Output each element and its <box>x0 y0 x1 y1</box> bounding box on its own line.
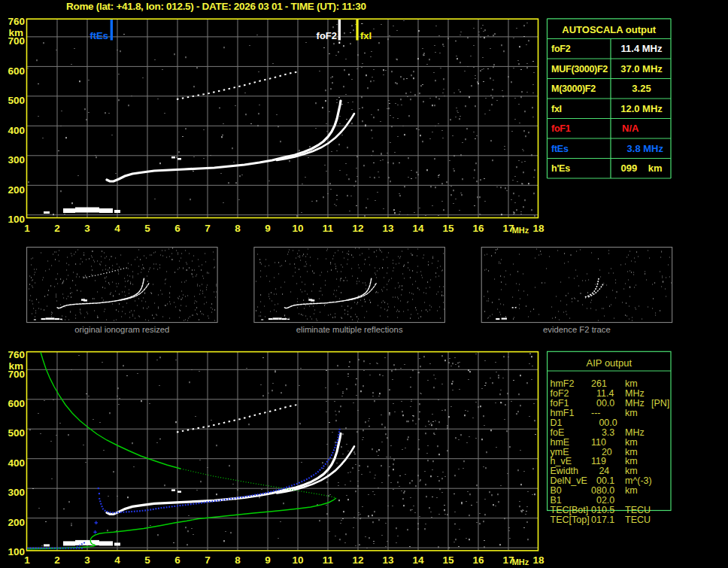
svg-text:hmF2: hmF2 <box>551 378 575 389</box>
svg-text:1: 1 <box>24 223 30 234</box>
svg-text:14: 14 <box>412 554 424 566</box>
svg-text:TEC[Top]: TEC[Top] <box>551 515 590 525</box>
svg-text:15: 15 <box>442 223 454 234</box>
svg-text:00.0: 00.0 <box>591 398 614 409</box>
svg-text:6: 6 <box>174 223 180 234</box>
svg-text:100: 100 <box>8 546 25 557</box>
svg-text:3.8 MHz: 3.8 MHz <box>627 143 664 154</box>
svg-text:km: km <box>625 485 638 496</box>
svg-text:km: km <box>625 437 638 448</box>
svg-text:[PN]: [PN] <box>651 398 669 409</box>
svg-text:6: 6 <box>174 554 180 566</box>
svg-text:110: 110 <box>591 437 606 448</box>
svg-text:TEC[Bot]: TEC[Bot] <box>551 505 589 515</box>
svg-text:600: 600 <box>8 398 25 409</box>
svg-text:16: 16 <box>472 223 484 234</box>
svg-text:760: 760 <box>8 349 25 360</box>
svg-text:12: 12 <box>352 223 363 234</box>
svg-text:300: 300 <box>8 487 25 498</box>
svg-text:foF2: foF2 <box>317 30 337 41</box>
svg-text:ftEs: ftEs <box>89 30 108 41</box>
svg-text:hmE: hmE <box>551 437 570 448</box>
svg-text:20: 20 <box>591 447 612 457</box>
svg-text:13: 13 <box>382 554 394 566</box>
svg-text:18: 18 <box>532 223 544 234</box>
svg-text:5: 5 <box>144 554 150 566</box>
svg-text:24: 24 <box>591 466 609 476</box>
svg-text:100: 100 <box>8 214 25 225</box>
svg-text:9: 9 <box>265 554 271 566</box>
svg-text:1: 1 <box>24 554 30 566</box>
svg-text:12: 12 <box>352 554 363 566</box>
svg-text:3.25: 3.25 <box>632 83 651 94</box>
svg-text:00.0: 00.0 <box>591 418 617 428</box>
svg-text:300: 300 <box>8 154 25 166</box>
svg-text:16: 16 <box>472 554 484 566</box>
svg-text:600: 600 <box>8 65 25 77</box>
svg-text:261: 261 <box>591 378 607 389</box>
svg-text:MHz: MHz <box>625 427 645 438</box>
svg-text:km: km <box>625 466 638 476</box>
svg-text:hmF1: hmF1 <box>551 408 575 418</box>
svg-text:760: 760 <box>8 16 25 27</box>
svg-text:M(3000)F2: M(3000)F2 <box>551 84 596 94</box>
svg-text:3.3: 3.3 <box>591 427 614 438</box>
svg-text:700: 700 <box>8 35 25 47</box>
svg-text:11: 11 <box>323 223 334 234</box>
svg-text:017.1: 017.1 <box>591 515 614 525</box>
svg-text:MUF(3000)F2: MUF(3000)F2 <box>551 64 608 74</box>
svg-text:2: 2 <box>54 554 60 566</box>
svg-text:099 km: 099 km <box>621 163 663 174</box>
svg-text:evidence F2 trace: evidence F2 trace <box>543 325 611 334</box>
svg-text:11: 11 <box>323 554 334 566</box>
svg-text:TECU: TECU <box>625 515 651 525</box>
svg-text:700: 700 <box>8 369 25 380</box>
svg-text:AIP output: AIP output <box>587 357 632 369</box>
svg-text:km: km <box>625 447 638 457</box>
svg-text:080.0: 080.0 <box>591 485 614 496</box>
svg-text:4: 4 <box>114 223 120 234</box>
svg-text:200: 200 <box>8 184 25 196</box>
svg-text:original ionogram resized: original ionogram resized <box>74 325 169 334</box>
svg-text:12.0 MHz: 12.0 MHz <box>620 103 663 114</box>
svg-text:B0: B0 <box>551 485 562 496</box>
svg-text:7: 7 <box>205 223 211 234</box>
svg-text:8: 8 <box>235 223 241 234</box>
svg-text:fxI: fxI <box>360 30 372 41</box>
svg-text:B1: B1 <box>551 495 562 506</box>
svg-text:18: 18 <box>532 554 544 566</box>
svg-text:DelN_vE: DelN_vE <box>551 475 587 486</box>
svg-text:MHz: MHz <box>512 557 529 566</box>
svg-text:TECU: TECU <box>625 505 651 515</box>
svg-text:h_vE: h_vE <box>551 456 572 466</box>
svg-text:foF1: foF1 <box>551 398 569 409</box>
svg-text:119: 119 <box>591 456 606 466</box>
svg-text:4: 4 <box>114 554 120 566</box>
svg-text:N/A: N/A <box>622 123 639 134</box>
svg-text:02.0: 02.0 <box>591 495 614 506</box>
svg-text:8: 8 <box>235 554 241 566</box>
svg-text:00.1: 00.1 <box>591 475 614 486</box>
svg-text:MHz: MHz <box>625 398 645 409</box>
svg-text:11.4: 11.4 <box>591 388 614 399</box>
svg-text:m^(-3): m^(-3) <box>625 475 652 486</box>
svg-text:fxI: fxI <box>551 104 562 114</box>
svg-text:2: 2 <box>54 223 60 234</box>
svg-text:3: 3 <box>84 554 90 566</box>
svg-text:11.4 MHz: 11.4 MHz <box>621 43 663 54</box>
svg-text:010.5: 010.5 <box>591 505 614 515</box>
svg-text:5: 5 <box>144 223 150 234</box>
svg-text:400: 400 <box>8 457 25 469</box>
svg-text:37.0 MHz: 37.0 MHz <box>620 63 663 74</box>
svg-text:km: km <box>625 378 638 389</box>
svg-text:km: km <box>625 408 638 418</box>
svg-text:7: 7 <box>205 554 211 566</box>
svg-text:MHz: MHz <box>512 226 529 235</box>
svg-text:3: 3 <box>84 223 90 234</box>
svg-text:ftEs: ftEs <box>551 144 569 154</box>
svg-text:10: 10 <box>292 554 303 566</box>
svg-text:foF2: foF2 <box>551 388 569 399</box>
svg-text:foF2: foF2 <box>551 44 571 54</box>
svg-text:h'Es: h'Es <box>551 163 570 174</box>
svg-text:13: 13 <box>382 223 394 234</box>
